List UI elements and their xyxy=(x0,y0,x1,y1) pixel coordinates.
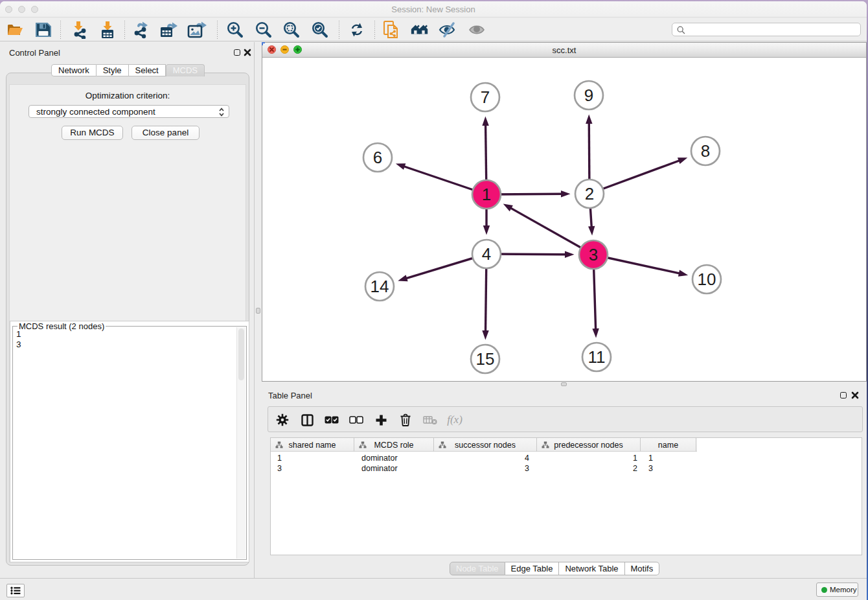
vertical-split-handle[interactable] xyxy=(256,308,260,314)
tab-edge-table[interactable]: Edge Table xyxy=(505,562,560,575)
export-network-icon[interactable] xyxy=(131,20,151,40)
close-panel-button[interactable]: Close panel xyxy=(131,126,200,140)
graph-arrowhead-2-8 xyxy=(678,157,687,164)
search-input[interactable] xyxy=(688,24,856,35)
show-column-panel-icon[interactable] xyxy=(297,410,317,430)
table-row-2[interactable]: 3dominator323 xyxy=(271,463,862,474)
column-header-successor-nodes[interactable]: successor nodes xyxy=(434,438,537,452)
toolbar-separator xyxy=(217,21,218,39)
graph-arrowhead-4-14 xyxy=(398,275,407,281)
table-panel-float-icon[interactable] xyxy=(840,392,847,398)
show-graphics-details-icon[interactable] xyxy=(467,20,486,40)
desktop-background: Session: New Session xyxy=(0,0,868,600)
import-table-icon[interactable] xyxy=(98,20,117,40)
criterion-select[interactable]: strongly connected component xyxy=(29,105,229,118)
graph-arrowhead-2-9 xyxy=(586,114,592,124)
column-header-shared-name[interactable]: shared name xyxy=(271,438,354,452)
delete-columns-icon[interactable] xyxy=(396,410,415,430)
memory-status-icon xyxy=(821,587,827,593)
zoom-in-icon[interactable] xyxy=(225,20,245,40)
horizontal-split-handle[interactable] xyxy=(561,382,567,386)
graph-node-label-9: 9 xyxy=(584,86,593,105)
save-session-icon[interactable] xyxy=(34,20,53,40)
open-session-icon[interactable] xyxy=(5,20,25,40)
column-header-predecessor-nodes[interactable]: predecessor nodes xyxy=(537,438,641,452)
memory-button-label: Memory xyxy=(830,583,857,596)
table-panel-title: Table Panel xyxy=(268,391,312,400)
network-window-titlebar[interactable]: scc.txt xyxy=(262,43,866,58)
graph-arrowhead-3-11 xyxy=(592,329,599,338)
mcds-result-text[interactable]: 13 xyxy=(16,329,21,350)
tab-motifs[interactable]: Motifs xyxy=(625,562,660,575)
column-type-icon xyxy=(439,441,446,448)
column-header-label: successor nodes xyxy=(455,441,516,450)
control-panel-float-icon[interactable] xyxy=(234,49,240,56)
zoom-out-icon[interactable] xyxy=(254,20,273,40)
task-history-button[interactable] xyxy=(6,584,25,597)
tab-node-table[interactable]: Node Table xyxy=(450,562,505,575)
graph-node-label-15: 15 xyxy=(476,349,495,369)
task-list-icon xyxy=(10,586,21,595)
control-panel-close-icon[interactable] xyxy=(244,49,251,56)
toolbar-separator xyxy=(339,21,339,39)
graph-arrowhead-4-15 xyxy=(482,330,488,340)
import-network-icon[interactable] xyxy=(70,20,89,40)
cell-predecessor-nodes: 2 xyxy=(538,463,641,474)
cell-shared-name: 1 xyxy=(271,453,355,463)
function-builder-icon: f(x) xyxy=(445,410,464,430)
column-type-icon xyxy=(275,441,283,448)
main-toolbar xyxy=(0,18,867,41)
refresh-icon[interactable] xyxy=(347,20,367,40)
tab-network-table[interactable]: Network Table xyxy=(559,562,624,575)
column-header-label: name xyxy=(658,441,678,450)
graph-node-label-10: 10 xyxy=(698,270,716,289)
control-panel-title: Control Panel xyxy=(9,48,60,58)
column-header-label: MCDS role xyxy=(374,441,413,450)
graph-arrowhead-1-6 xyxy=(396,163,405,170)
cell-mcds-role: dominator xyxy=(355,453,435,463)
search-box xyxy=(672,23,861,36)
clone-network-icon[interactable] xyxy=(382,20,402,40)
export-image-icon[interactable] xyxy=(187,20,207,40)
run-mcds-button[interactable]: Run MCDS xyxy=(62,126,123,140)
table-row-1[interactable]: 1dominator411 xyxy=(271,453,862,463)
column-type-icon xyxy=(542,441,549,448)
create-new-column-icon[interactable] xyxy=(371,410,391,430)
result-scrollbar-thumb[interactable] xyxy=(238,329,244,380)
toolbar-separator xyxy=(60,21,61,39)
fit-content-icon[interactable] xyxy=(282,20,301,40)
table-options-gear-icon[interactable] xyxy=(273,410,292,430)
tab-style[interactable]: Style xyxy=(97,64,129,76)
cell-successor-nodes: 4 xyxy=(435,453,538,463)
result-scrollbar[interactable] xyxy=(236,327,246,559)
memory-button[interactable]: Memory xyxy=(816,583,858,597)
control-panel: Control Panel NetworkStyleSelectMCDS Opt… xyxy=(0,42,255,578)
graph-node-label-6: 6 xyxy=(373,148,382,167)
tab-mcds[interactable]: MCDS xyxy=(166,64,205,76)
table-panel: Table Panel xyxy=(262,387,867,578)
select-all-rows-icon[interactable] xyxy=(322,410,341,430)
hide-graphics-details-icon[interactable] xyxy=(438,20,457,40)
delete-table-icon[interactable] xyxy=(420,410,440,430)
export-table-icon[interactable] xyxy=(159,20,179,40)
select-chevrons-icon xyxy=(218,107,225,117)
network-canvas[interactable]: 1234678910111415 xyxy=(262,58,866,381)
first-neighbors-icon[interactable] xyxy=(410,20,429,40)
table-panel-close-icon[interactable] xyxy=(851,391,859,399)
mcds-tab-content: Optimization criterion: strongly connect… xyxy=(6,73,249,566)
criterion-select-value: strongly connected component xyxy=(36,106,155,118)
column-header-mcds-role[interactable]: MCDS role xyxy=(354,438,434,452)
mcds-result-line: 3 xyxy=(16,340,21,350)
graph-node-label-4: 4 xyxy=(482,244,491,264)
horizontal-split-divider[interactable] xyxy=(262,382,867,387)
vertical-split-divider[interactable] xyxy=(255,42,262,578)
table-header-row: shared nameMCDS rolesuccessor nodesprede… xyxy=(271,438,697,452)
column-header-name[interactable]: name xyxy=(641,438,696,452)
deselect-all-rows-icon[interactable] xyxy=(347,410,366,430)
tab-select[interactable]: Select xyxy=(129,64,166,76)
zoom-selected-icon[interactable] xyxy=(310,20,330,40)
tab-network[interactable]: Network xyxy=(51,64,97,76)
table-toolbar: f(x) xyxy=(268,406,863,432)
mcds-result-box: MCDS result (2 nodes) 13 xyxy=(10,321,249,562)
cell-mcds-role: dominator xyxy=(355,463,435,474)
